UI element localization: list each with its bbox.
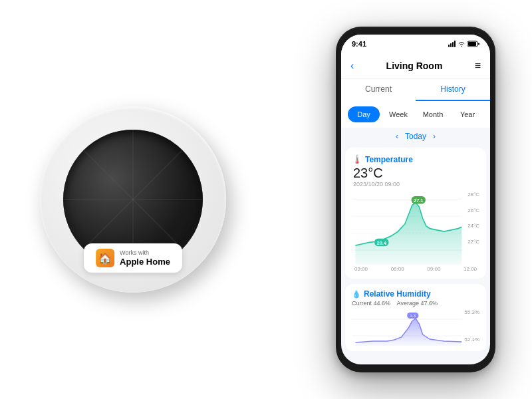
- phone-screen: 9:41: [341, 35, 490, 364]
- humidity-icon: 💧: [352, 290, 361, 299]
- svg-text:27.1: 27.1: [414, 198, 424, 203]
- device-outer: 🏠 Works with Apple Home: [40, 106, 226, 293]
- apple-home-icon: 🏠: [96, 249, 114, 267]
- humidity-section: 💧 Relative Humidity Current 44.6% Averag…: [345, 284, 486, 351]
- temperature-section: 🌡️ Temperature 23°C 2023/10/20 09:00: [345, 148, 486, 279]
- x-label-0600: 06:00: [391, 266, 404, 272]
- temp-chart: 27.1 20.4 28°C 26°C 24°C 22°C: [352, 192, 479, 265]
- wifi-icon: [458, 41, 466, 47]
- hum-y-label-low: 52.1%: [464, 336, 479, 342]
- status-bar: 9:41: [341, 35, 490, 53]
- signal-icon: [448, 41, 456, 47]
- period-selector: Day Week Month Year: [341, 101, 490, 128]
- date-label: Today: [405, 132, 426, 141]
- y-label-24: 24°C: [467, 223, 479, 229]
- humidity-title: Relative Humidity: [364, 289, 431, 299]
- date-navigator: ‹ Today ›: [341, 128, 490, 145]
- apple-home-text: Apple Home: [120, 257, 170, 267]
- period-week-button[interactable]: Week: [382, 106, 414, 122]
- temp-icon: 🌡️: [352, 154, 362, 164]
- period-year-button[interactable]: Year: [452, 106, 483, 122]
- status-time: 9:41: [352, 40, 366, 48]
- status-icons: [448, 41, 479, 47]
- svg-rect-2: [478, 43, 479, 45]
- tab-current[interactable]: Current: [341, 78, 416, 101]
- humidity-values: Current 44.6% Average 47.6%: [352, 300, 479, 307]
- svg-text:20.4: 20.4: [377, 240, 387, 246]
- y-label-26: 26°C: [467, 207, 479, 213]
- humidity-chart-svg: 1.3: [352, 309, 479, 346]
- x-label-0900: 09:00: [427, 266, 440, 272]
- scene: 🏠 Works with Apple Home 9:41: [0, 0, 532, 399]
- device-container: 🏠 Works with Apple Home: [40, 106, 226, 293]
- battery-icon: [467, 41, 479, 47]
- period-day-button[interactable]: Day: [348, 106, 380, 122]
- humidity-chart: 1.3 55.3% 52.1%: [352, 309, 479, 346]
- back-button[interactable]: ‹: [350, 60, 354, 72]
- nav-title: Living Room: [386, 61, 443, 71]
- y-label-22: 22°C: [467, 239, 479, 245]
- period-month-button[interactable]: Month: [417, 106, 449, 122]
- temp-x-labels: 03:00 06:00 09:00 12:00: [352, 265, 479, 272]
- tab-history[interactable]: History: [416, 78, 490, 101]
- tab-bar: Current History: [341, 78, 490, 101]
- temp-value: 23°C: [353, 166, 479, 181]
- y-label-28: 28°C: [467, 192, 479, 198]
- date-prev-button[interactable]: ‹: [396, 132, 398, 141]
- humidity-title-row: 💧 Relative Humidity: [352, 289, 479, 299]
- svg-text:1.3: 1.3: [410, 313, 416, 318]
- menu-button[interactable]: ≡: [475, 60, 481, 72]
- temp-date: 2023/10/20 09:00: [353, 181, 479, 188]
- phone-container: 9:41: [336, 27, 495, 372]
- svg-rect-1: [468, 42, 476, 46]
- device-label: 🏠 Works with Apple Home: [84, 243, 182, 273]
- phone-frame: 9:41: [336, 27, 495, 372]
- temp-title: Temperature: [365, 155, 413, 164]
- x-label-0300: 03:00: [354, 266, 368, 272]
- temp-chart-svg: 27.1 20.4: [352, 192, 479, 265]
- hum-y-label-high: 55.3%: [464, 309, 479, 315]
- x-label-1200: 12:00: [464, 266, 477, 272]
- works-with-label: Works with: [120, 249, 170, 257]
- date-next-button[interactable]: ›: [433, 132, 436, 141]
- temp-title-row: 🌡️ Temperature: [352, 154, 479, 164]
- nav-bar: ‹ Living Room ≡: [341, 53, 490, 78]
- device-label-text: Works with Apple Home: [120, 249, 170, 267]
